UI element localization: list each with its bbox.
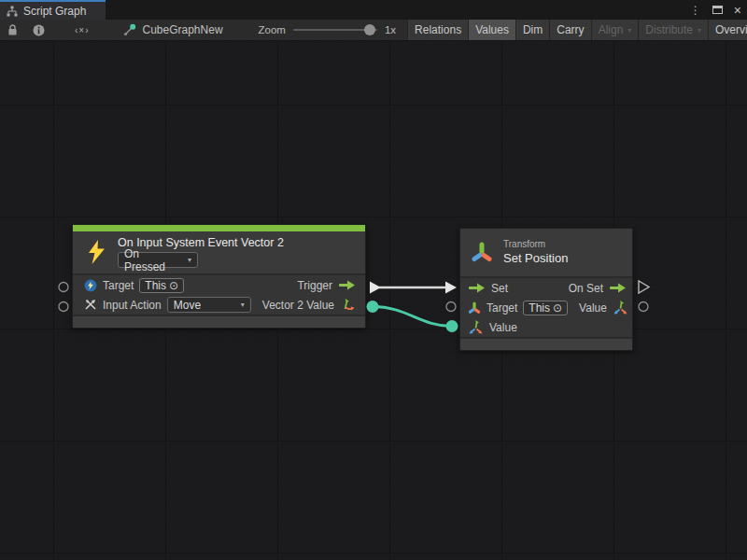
vector3-icon xyxy=(613,300,628,315)
value-in-port-label: Value xyxy=(489,321,517,334)
event-type-value: On Pressed xyxy=(124,247,180,273)
port-on-set-output[interactable] xyxy=(639,281,649,293)
transform-mini-icon xyxy=(468,301,481,315)
maximize-icon[interactable] xyxy=(712,6,723,14)
port-value-input[interactable] xyxy=(446,320,458,332)
vector3-icon xyxy=(468,319,484,335)
hierarchy-icon xyxy=(7,6,18,17)
tab-bar: Script Graph ⋮ × xyxy=(0,0,747,20)
graph-breadcrumb[interactable]: CubeGraphNew xyxy=(112,20,233,40)
caret-down-icon: ▾ xyxy=(241,301,245,309)
dim-button[interactable]: Dim xyxy=(515,20,549,40)
caret-down-icon: ▾ xyxy=(188,256,191,264)
distribute-dropdown[interactable]: Distribute ▾ xyxy=(638,20,708,40)
flow-arrow-icon xyxy=(609,283,627,293)
input-action-icon xyxy=(84,299,97,312)
carry-button[interactable]: Carry xyxy=(549,20,590,40)
lock-icon[interactable] xyxy=(0,20,25,40)
input-action-value: Move xyxy=(174,299,201,312)
target-this-field[interactable]: This ⊙ xyxy=(139,278,184,293)
lightning-icon xyxy=(86,236,106,268)
set-port-label: Set xyxy=(491,282,508,295)
zoom-value: 1x xyxy=(385,24,396,35)
target-this-value: This xyxy=(529,301,550,315)
target-port-label: Target xyxy=(103,279,134,292)
event-icon xyxy=(84,279,97,292)
node-set-position[interactable]: Transform Set Position Set On Set xyxy=(459,228,633,351)
toolbar-toggle-group: Relations Values Dim Carry Align ▾ Distr… xyxy=(407,20,747,40)
zoom-slider[interactable] xyxy=(293,29,377,31)
zoom-label: Zoom xyxy=(259,24,286,35)
flow-arrow-icon xyxy=(338,280,356,290)
target-this-field[interactable]: This ⊙ xyxy=(523,301,568,315)
node-category: Transform xyxy=(503,239,568,249)
values-button[interactable]: Values xyxy=(468,20,515,40)
align-dropdown[interactable]: Align ▾ xyxy=(591,20,639,40)
info-icon[interactable] xyxy=(25,20,52,40)
overview-button[interactable]: Overview xyxy=(708,20,747,40)
value-out-port-label: Value xyxy=(579,301,607,315)
node-accent-bar xyxy=(73,225,365,231)
code-preview-icon[interactable]: ‹×› xyxy=(52,20,112,40)
port-value-output[interactable] xyxy=(639,302,648,312)
trigger-port-label: Trigger xyxy=(297,279,332,292)
caret-down-icon: ▾ xyxy=(627,26,631,35)
graph-canvas[interactable]: On Input System Event Vector 2 On Presse… xyxy=(0,41,747,560)
transform-icon xyxy=(470,240,494,264)
node-footer xyxy=(73,316,365,328)
port-target-input-2[interactable] xyxy=(446,302,456,312)
event-type-dropdown[interactable]: On Pressed ▾ xyxy=(118,252,198,268)
flow-arrow-icon xyxy=(468,283,486,293)
object-picker-icon: ⊙ xyxy=(169,279,178,292)
relations-button[interactable]: Relations xyxy=(407,20,468,40)
target-this-value: This xyxy=(145,279,166,292)
caret-down-icon: ▾ xyxy=(698,26,701,35)
vector2-value-port-label: Vector 2 Value xyxy=(262,299,334,312)
node-footer xyxy=(460,339,632,350)
zoom-slider-thumb[interactable] xyxy=(364,24,375,35)
tab-title: Script Graph xyxy=(23,5,86,18)
port-target-input[interactable] xyxy=(59,283,68,292)
graph-toolbar: ‹×› CubeGraphNew Zoom 1x Relations Value… xyxy=(0,20,747,41)
target-port-label: Target xyxy=(486,301,517,315)
node-title: Set Position xyxy=(503,251,568,265)
align-label: Align xyxy=(599,23,624,36)
port-vector2-value-output[interactable] xyxy=(367,301,379,313)
port-input-action-input[interactable] xyxy=(59,302,68,312)
input-action-dropdown[interactable]: Move ▾ xyxy=(167,297,251,313)
node-on-input-system-event-vector2[interactable]: On Input System Event Vector 2 On Presse… xyxy=(72,224,366,329)
connection-data[interactable] xyxy=(373,307,452,327)
connection-flow-arrowhead xyxy=(445,282,457,294)
graph-icon xyxy=(123,23,136,36)
object-picker-icon: ⊙ xyxy=(553,301,562,315)
input-action-port-label: Input Action xyxy=(103,299,162,312)
distribute-label: Distribute xyxy=(645,23,693,36)
graph-name: CubeGraphNew xyxy=(143,23,223,36)
on-set-port-label: On Set xyxy=(569,282,603,295)
zoom-control: Zoom 1x xyxy=(233,20,406,40)
close-icon[interactable]: × xyxy=(734,4,741,17)
vector2-icon xyxy=(340,297,356,313)
window-menu-icon[interactable]: ⋮ xyxy=(690,5,701,16)
tab-script-graph[interactable]: Script Graph xyxy=(0,0,106,20)
